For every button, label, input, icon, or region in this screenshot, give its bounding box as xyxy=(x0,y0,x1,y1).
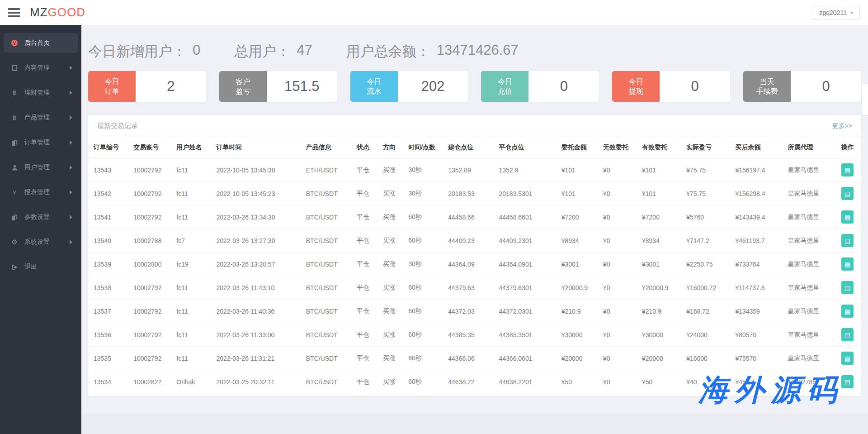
cell: 皇家马德里 xyxy=(783,205,836,229)
sidebar-item-finance[interactable]: ฿理财管理 xyxy=(4,83,78,103)
headline-stat-value: 47 xyxy=(297,42,312,61)
trades-table: 订单编号交易账号用户姓名订单时间产品信息状态方向时间/点数建仓点位平仓点位委托金… xyxy=(88,137,861,393)
stat-card-label-line: 盈亏 xyxy=(236,86,250,96)
column-header: 订单时间 xyxy=(211,137,300,158)
cell-action: ▤ xyxy=(836,276,861,300)
sidebar-item-users[interactable]: 用户管理 xyxy=(4,157,78,177)
menu-toggle-icon[interactable] xyxy=(8,8,20,17)
user-name: zgq20211 xyxy=(820,9,847,16)
list-icon: ▤ xyxy=(844,190,850,197)
cell: 30秒 xyxy=(403,182,443,205)
cell: ¥3001 xyxy=(637,253,681,276)
cell: ¥16000 xyxy=(681,347,730,370)
cell: fc11 xyxy=(171,300,211,323)
row-detail-button[interactable]: ▤ xyxy=(841,281,854,294)
cell: fc11 xyxy=(171,323,211,347)
list-icon: ▤ xyxy=(844,167,850,174)
stat-card-label-line: 流水 xyxy=(367,86,381,96)
cell: 13543 xyxy=(88,158,128,182)
cell: 44638.2201 xyxy=(493,370,556,394)
cell: 皇家马德里 xyxy=(783,253,836,276)
cell: ¥8934 xyxy=(637,229,681,253)
list-icon: ▤ xyxy=(844,378,850,386)
cell: 2022-10-05 13:45:38 xyxy=(211,158,300,182)
chevron-right-icon xyxy=(70,91,72,95)
user-icon xyxy=(10,164,19,171)
sidebar-item-logout[interactable]: 退出 xyxy=(4,257,78,277)
list-icon: ▤ xyxy=(844,237,850,244)
cell: ¥75570 xyxy=(730,347,782,370)
cell: 买涨 xyxy=(377,347,403,370)
cell: 2022-03-26 11:31:21 xyxy=(211,347,300,370)
table-row: 1353710002792fc112022-03-26 11:40:36BTC/… xyxy=(88,300,861,323)
cell: 13541 xyxy=(88,205,128,229)
cell: 平仓 xyxy=(351,347,377,370)
sidebar-item-content[interactable]: 内容管理 xyxy=(4,58,78,78)
user-menu[interactable]: zgq20211 ▾ xyxy=(813,6,860,19)
cell: ¥101 xyxy=(637,182,681,205)
row-detail-button[interactable]: ▤ xyxy=(841,163,854,176)
cell: 60秒 xyxy=(403,276,443,300)
cell: 2022-10-05 13:45:23 xyxy=(211,182,300,205)
cell-action: ▤ xyxy=(836,158,861,182)
cell: 13542 xyxy=(88,182,128,205)
cell: 平仓 xyxy=(351,300,377,323)
stat-cards-row: 今日订单2客户盈亏151.5今日流水202今日充值0今日提现0当天手续费0 xyxy=(88,71,861,102)
cell: 2022-03-26 13:34:30 xyxy=(211,205,300,229)
cell-action: ▤ xyxy=(836,205,861,229)
yen-icon: ¥ xyxy=(10,189,19,196)
row-detail-button[interactable]: ▤ xyxy=(841,328,854,341)
bitcoin-icon: ฿ xyxy=(10,89,19,97)
headline-stat-label: 用户总余额： xyxy=(346,42,430,61)
sidebar-item-system[interactable]: ⚙系统设置 xyxy=(4,232,78,252)
overview-headline: 今日新增用户：0总用户：47用户总余额：13471426.67 xyxy=(88,42,861,61)
cell: 买涨 xyxy=(377,370,403,394)
sidebar-item-home[interactable]: 后台首页 xyxy=(4,33,78,53)
sidebar-item-product[interactable]: ฿产品管理 xyxy=(4,108,78,128)
more-link[interactable]: 更多>> xyxy=(832,122,852,130)
cell: 44364.09 xyxy=(443,253,493,276)
cell: ¥20000 xyxy=(556,347,598,370)
cell: fc19 xyxy=(171,253,211,276)
cell: ¥50 xyxy=(556,370,598,394)
stat-card-label-line: 手续费 xyxy=(756,86,778,96)
row-detail-button[interactable]: ▤ xyxy=(841,187,854,200)
logout-icon xyxy=(10,264,19,271)
cell: BTC/USDT xyxy=(301,323,351,347)
cell: 10002792 xyxy=(128,182,171,205)
sidebar-item-label: 报表管理 xyxy=(24,188,70,196)
row-detail-button[interactable]: ▤ xyxy=(841,258,854,271)
table-row: 1354010002788fc72022-03-26 13:27:30BTC/U… xyxy=(88,229,861,253)
cell: 皇家马德里 xyxy=(783,182,836,205)
row-detail-button[interactable]: ▤ xyxy=(841,210,854,224)
column-header: 产品信息 xyxy=(301,137,351,158)
list-icon: ▤ xyxy=(844,284,850,291)
stat-card-value: 202 xyxy=(398,71,468,102)
headline-stat-label: 总用户： xyxy=(234,42,290,61)
cell: ¥210.9 xyxy=(637,300,681,323)
sidebar-item-orders[interactable]: 订单管理 xyxy=(4,133,78,153)
sidebar-item-label: 参数设置 xyxy=(24,213,70,221)
cell: 13539 xyxy=(88,253,128,276)
row-detail-button[interactable]: ▤ xyxy=(841,352,854,365)
sidebar-item-params[interactable]: 参数设置 xyxy=(4,207,78,227)
cell: ¥20000.9 xyxy=(637,276,681,300)
cell: 44364.0901 xyxy=(493,253,556,276)
cell: 44385.35 xyxy=(443,323,493,347)
chevron-right-icon xyxy=(70,115,72,120)
cell: fc11 xyxy=(171,158,211,182)
cell: fc11 xyxy=(171,182,211,205)
cell: ¥101 xyxy=(556,182,598,205)
cell: ¥156197.4 xyxy=(730,158,782,182)
sidebar-item-reports[interactable]: ¥报表管理 xyxy=(4,182,78,202)
row-detail-button[interactable]: ▤ xyxy=(841,234,854,247)
watermark-text: 海外源码 xyxy=(698,370,843,410)
sidebar-item-label: 内容管理 xyxy=(24,64,70,72)
cell: 60秒 xyxy=(403,300,443,323)
cell: ¥7200 xyxy=(556,205,598,229)
cell: 44366.0601 xyxy=(493,347,556,370)
row-detail-button[interactable]: ▤ xyxy=(841,305,854,318)
cell: 1352.9 xyxy=(493,158,556,182)
cell: 平仓 xyxy=(351,182,377,205)
cell: ¥5760 xyxy=(681,205,730,229)
